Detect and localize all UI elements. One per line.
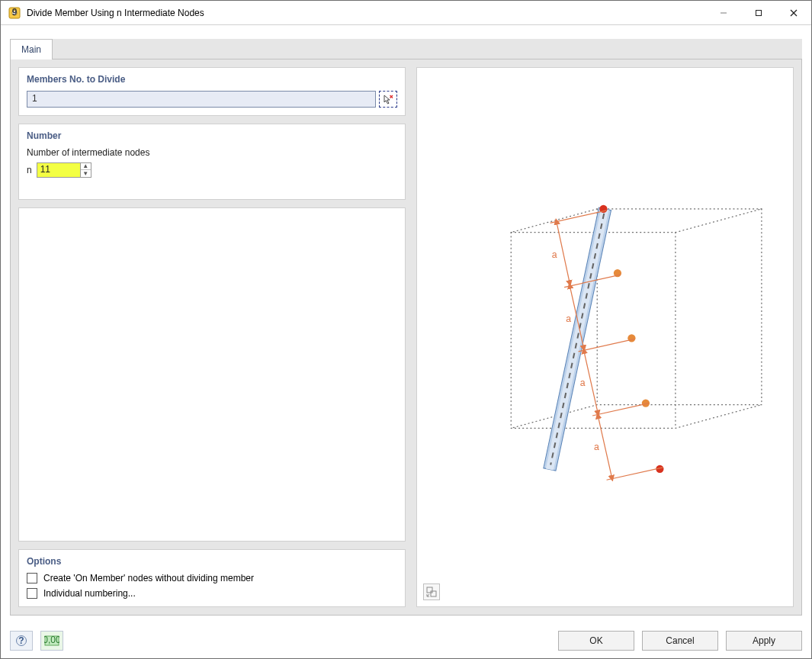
titlebar: 9 Divide Member Using n Intermediate Nod… [1,1,811,25]
checkbox-individual-numbering[interactable] [27,588,37,599]
seg-label-3: a [580,378,586,388]
panel-body: Members No. to Divide 1 [10,59,802,616]
seg-label-2: a [566,313,571,324]
group-members-title: Members No. to Divide [27,74,397,85]
number-label: Number of intermediate nodes [27,147,397,158]
left-column: Members No. to Divide 1 [18,67,406,607]
svg-line-38 [607,468,663,480]
svg-line-33 [598,416,611,478]
group-number: Number Number of intermediate nodes n 11… [18,124,406,200]
svg-rect-4 [756,10,762,15]
svg-point-28 [627,334,635,342]
content-area: Main Members No. to Divide 1 [1,25,811,623]
members-input[interactable]: 1 [27,91,376,108]
ok-button[interactable]: OK [558,631,634,651]
footer: ? 0,00 OK Cancel Apply [1,623,811,658]
svg-line-13 [511,209,597,233]
svg-line-32 [584,351,598,413]
svg-text:0,00: 0,00 [44,635,59,645]
svg-line-30 [557,221,570,283]
cancel-button[interactable]: Cancel [642,631,718,651]
maximize-button[interactable] [741,1,776,24]
window-title: Divide Member Using n Intermediate Nodes [27,8,204,18]
preview-tool-button[interactable] [423,583,440,600]
preview-illustration: a a a a [417,68,793,616]
n-spinner[interactable]: 11 ▲ ▼ [37,162,91,178]
n-value[interactable]: 11 [37,163,80,177]
n-spin-down[interactable]: ▼ [81,170,91,177]
svg-rect-39 [427,587,432,593]
svg-text:9: 9 [12,7,18,18]
app-icon: 9 [8,7,21,19]
help-button[interactable]: ? [10,631,33,651]
seg-label-4: a [594,442,599,452]
label-on-member-nodes: Create 'On Member' nodes without dividin… [43,573,254,583]
right-column: a a a a [416,67,794,607]
dialog-window: 9 Divide Member Using n Intermediate Nod… [0,0,812,659]
svg-rect-40 [431,591,436,596]
tab-main[interactable]: Main [10,39,53,59]
label-individual-numbering: Individual numbering... [43,588,136,599]
pick-members-button[interactable] [379,91,397,108]
group-options-title: Options [27,556,397,567]
svg-line-36 [579,339,635,351]
minimize-button[interactable] [706,1,741,24]
checkbox-on-member-nodes[interactable] [27,573,37,583]
preview-panel: a a a a [416,67,794,607]
tabstrip: Main [10,39,802,59]
group-members: Members No. to Divide 1 [18,67,406,116]
svg-marker-7 [384,95,390,104]
group-options: Options Create 'On Member' nodes without… [18,549,406,607]
apply-button[interactable]: Apply [726,631,802,651]
svg-text:?: ? [18,635,24,646]
n-prefix: n [27,165,32,175]
close-button[interactable] [776,1,811,24]
seg-label-1: a [552,249,557,260]
empty-panel [18,207,406,542]
svg-rect-23 [546,208,609,471]
svg-line-15 [676,405,762,429]
n-spin-up[interactable]: ▲ [81,163,91,170]
svg-line-11 [676,209,762,233]
group-number-title: Number [27,130,397,141]
units-button[interactable]: 0,00 [40,631,63,651]
